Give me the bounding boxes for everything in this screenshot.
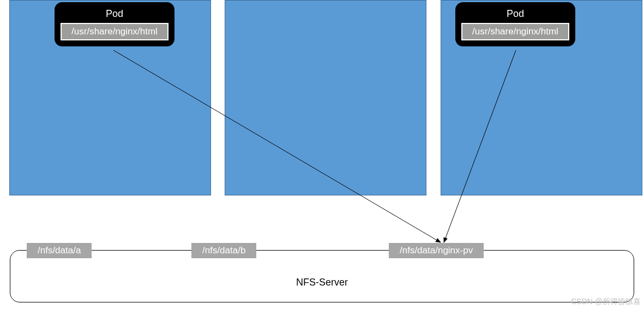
nfs-server-label: NFS-Server <box>10 277 634 288</box>
nfs-path-nginx-pv: /nfs/data/nginx-pv <box>389 243 484 258</box>
node-box-2 <box>225 0 426 195</box>
pod-mount-path: /usr/share/nginx/html <box>461 23 569 40</box>
pod-box-2: Pod /usr/share/nginx/html <box>455 2 575 46</box>
nfs-server-box: /nfs/data/a /nfs/data/b /nfs/data/nginx-… <box>10 250 634 302</box>
nfs-path-b: /nfs/data/b <box>191 243 256 258</box>
watermark-text: CSDN @所得皆惊喜 <box>571 297 641 307</box>
pod-title: Pod <box>61 7 168 23</box>
pod-box-1: Pod /usr/share/nginx/html <box>55 2 174 46</box>
pod-title: Pod <box>461 7 569 23</box>
pod-mount-path: /usr/share/nginx/html <box>61 23 168 40</box>
nfs-path-a: /nfs/data/a <box>27 243 92 258</box>
